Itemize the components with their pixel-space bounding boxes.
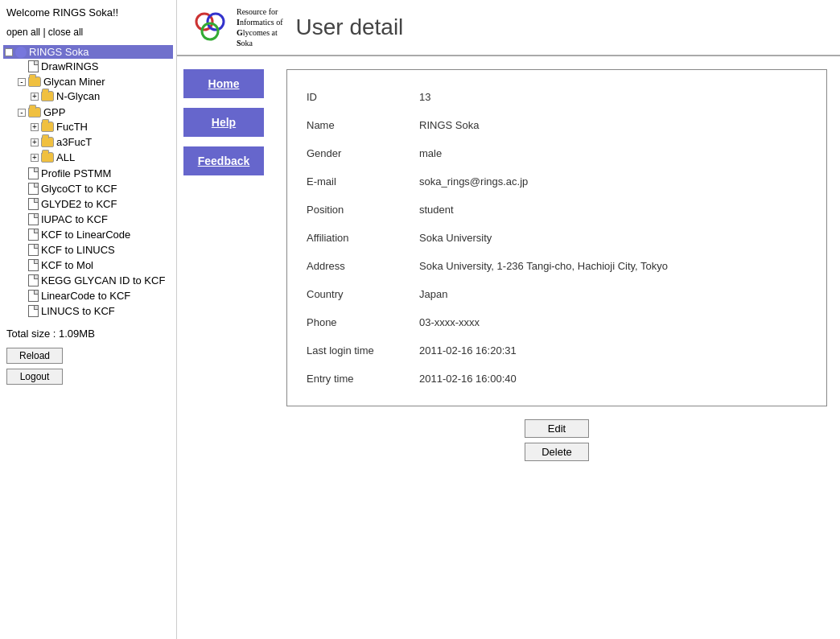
- detail-panel: ID 13 Name RINGS Soka Gender male E-mail…: [274, 56, 840, 639]
- tree-item-kegg-glycan[interactable]: KEGG GLYCAN ID to KCF: [16, 274, 173, 287]
- tree-label-drawrings: DrawRINGS: [41, 60, 99, 72]
- file-icon-kcf-mol: [28, 259, 39, 271]
- row-phone: Phone 03-xxxx-xxxx: [307, 308, 807, 336]
- tree-item-glycoct-kcf[interactable]: GlycoCT to KCF: [16, 182, 173, 196]
- tree-item-all[interactable]: + ALL: [29, 150, 173, 164]
- header: Resource for Informatics of Glycomes at …: [177, 0, 840, 56]
- value-phone: 03-xxxx-xxxx: [419, 316, 480, 328]
- expand-icon-n-glycan[interactable]: +: [31, 93, 39, 101]
- tree-item-linearcode-kcf[interactable]: LinearCode to KCF: [16, 289, 173, 303]
- tree-label-kcf-linearcode: KCF to LinearCode: [41, 229, 130, 241]
- row-name: Name RINGS Soka: [307, 111, 807, 139]
- tree-item-a3fuct[interactable]: + a3FucT: [29, 135, 173, 149]
- tree-item-glycan-miner[interactable]: - Glycan Miner: [16, 75, 173, 89]
- edit-button[interactable]: Edit: [525, 419, 589, 438]
- tree-item-profile-pstmm[interactable]: Profile PSTMM: [16, 167, 173, 180]
- file-icon-linearcode-kcf: [28, 290, 39, 302]
- open-all-link[interactable]: open all: [6, 27, 40, 38]
- label-id: ID: [307, 91, 419, 103]
- tree-label-linearcode-kcf: LinearCode to KCF: [41, 290, 130, 302]
- feedback-button[interactable]: Feedback: [183, 146, 264, 175]
- file-icon-glycoct-kcf: [28, 183, 39, 195]
- folder-icon-n-glycan: [41, 91, 54, 101]
- tree-label-rings-soka: RINGS Soka: [29, 46, 89, 58]
- file-icon-kegg-glycan: [28, 274, 39, 287]
- tree-item-linucs-kcf[interactable]: LINUCS to KCF: [16, 304, 173, 318]
- nav-buttons: Home Help Feedback: [177, 56, 274, 639]
- folder-icon-gpp: [28, 107, 41, 117]
- total-size: Total size : 1.09MB: [3, 328, 173, 340]
- tree-label-glycoct-kcf: GlycoCT to KCF: [41, 183, 117, 195]
- logo-area: Resource for Informatics of Glycomes at …: [190, 6, 283, 48]
- tree-label-n-glycan: N-Glycan: [56, 90, 100, 102]
- subtree-glycan-miner: + N-Glycan: [16, 89, 173, 104]
- tree-item-kcf-linearcode[interactable]: KCF to LinearCode: [16, 228, 173, 241]
- label-gender: Gender: [307, 147, 419, 159]
- tree-label-fucth: FucTH: [56, 121, 88, 133]
- tree-label-gpp: GPP: [43, 106, 65, 118]
- tree-label-kegg-glycan: KEGG GLYCAN ID to KCF: [41, 274, 165, 287]
- value-email: soka_rings@rings.ac.jp: [419, 175, 528, 188]
- value-address: Soka University, 1-236 Tangi-cho, Hachio…: [419, 260, 668, 272]
- tree-label-linucs-kcf: LINUCS to KCF: [41, 305, 115, 317]
- tree-item-glyde2-kcf[interactable]: GLYDE2 to KCF: [16, 197, 173, 211]
- tree-label-iupac-kcf: IUPAC to KCF: [41, 213, 108, 225]
- tree-item-iupac-kcf[interactable]: IUPAC to KCF: [16, 212, 173, 226]
- sidebar-buttons: Reload Logout: [3, 348, 173, 385]
- tree-item-rings-soka[interactable]: - RINGS Soka: [3, 45, 173, 59]
- file-icon-iupac-kcf: [28, 213, 39, 225]
- tree-label-a3fuct: a3FucT: [56, 136, 92, 148]
- expand-icon-fucth[interactable]: +: [31, 123, 39, 131]
- file-icon-kcf-linucs: [28, 244, 39, 256]
- file-icon-drawrings: [28, 60, 39, 72]
- tree-item-kcf-mol[interactable]: KCF to Mol: [16, 258, 173, 272]
- page-title: User detail: [296, 14, 404, 40]
- subtree-rings-soka: DrawRINGS - Glycan Miner +: [3, 59, 173, 319]
- label-entry-time: Entry time: [307, 373, 419, 385]
- folder-icon-all: [41, 152, 54, 163]
- expand-icon-glycan-miner[interactable]: -: [18, 78, 26, 86]
- delete-button[interactable]: Delete: [525, 443, 589, 461]
- sidebar: Welcome RINGS Soka!! open all | close al…: [0, 0, 177, 639]
- value-gender: male: [419, 147, 442, 159]
- help-button[interactable]: Help: [183, 108, 264, 137]
- label-position: Position: [307, 204, 419, 216]
- tree-label-glycan-miner: Glycan Miner: [43, 76, 105, 88]
- separator: |: [43, 27, 45, 38]
- tree-item-n-glycan[interactable]: + N-Glycan: [29, 89, 173, 103]
- close-all-link[interactable]: close all: [48, 27, 83, 38]
- tree-item-fucth[interactable]: + FucTH: [29, 120, 173, 134]
- tree-item-kcf-linucs[interactable]: KCF to LINUCS: [16, 243, 173, 257]
- welcome-text: Welcome RINGS Soka!!: [3, 6, 173, 19]
- user-detail-box: ID 13 Name RINGS Soka Gender male E-mail…: [286, 69, 827, 406]
- expand-icon[interactable]: -: [5, 48, 13, 56]
- row-email: E-mail soka_rings@rings.ac.jp: [307, 167, 807, 196]
- label-country: Country: [307, 288, 419, 300]
- tree-item-gpp[interactable]: - GPP: [16, 105, 173, 119]
- label-affiliation: Affiliation: [307, 232, 419, 244]
- rings-logo-icon: [190, 7, 230, 47]
- home-button[interactable]: Home: [183, 69, 264, 98]
- tree-item-drawrings[interactable]: DrawRINGS: [16, 60, 173, 73]
- row-last-login: Last login time 2011-02-16 16:20:31: [307, 336, 807, 365]
- value-position: student: [419, 204, 454, 216]
- file-icon-kcf-linearcode: [28, 229, 39, 241]
- row-address: Address Soka University, 1-236 Tangi-cho…: [307, 252, 807, 280]
- label-address: Address: [307, 260, 419, 272]
- expand-icon-all[interactable]: +: [31, 154, 39, 162]
- value-id: 13: [419, 91, 430, 103]
- tree-controls: open all | close all: [3, 27, 173, 38]
- expand-icon-a3fuct[interactable]: +: [31, 138, 39, 146]
- folder-icon-a3fuct: [41, 137, 54, 147]
- logout-button[interactable]: Logout: [6, 369, 63, 385]
- value-country: Japan: [419, 288, 447, 300]
- row-position: Position student: [307, 196, 807, 224]
- expand-icon-gpp[interactable]: -: [18, 109, 26, 117]
- tree-label-all: ALL: [56, 151, 75, 163]
- nav-tree: - RINGS Soka DrawRINGS - Glycan Mi: [3, 44, 173, 320]
- reload-button[interactable]: Reload: [6, 348, 63, 364]
- content-area: Home Help Feedback ID 13 Name RINGS Soka…: [177, 56, 840, 639]
- row-entry-time: Entry time 2011-02-16 16:00:40: [307, 365, 807, 393]
- tree-label-kcf-linucs: KCF to LINUCS: [41, 244, 115, 256]
- row-affiliation: Affiliation Soka University: [307, 224, 807, 252]
